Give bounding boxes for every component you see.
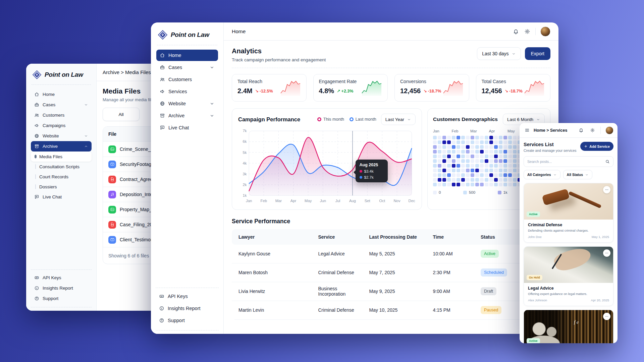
cell-service: Criminal Defense <box>312 307 363 313</box>
heatmap-cell <box>503 155 507 158</box>
sidebar-item[interactable]: API Keys <box>156 291 219 302</box>
sidebar-item[interactable]: Insights Report <box>156 303 219 314</box>
heatmap-cell <box>489 178 493 182</box>
sidebar-item[interactable]: Home <box>156 50 218 61</box>
cell-service: Business Incorporation <box>312 286 363 297</box>
file-type-icon <box>108 236 116 244</box>
cell-lawyer: Maren Botosh <box>232 270 312 275</box>
gear-icon[interactable] <box>589 127 596 134</box>
sidebar-item[interactable]: Live Chat <box>31 192 92 202</box>
sidebar-subitem[interactable]: Court Records <box>31 172 92 182</box>
date-range-dropdown[interactable]: Last 30 days <box>477 47 521 60</box>
heatmap-cell <box>499 140 502 144</box>
sidebar-item[interactable]: Archive <box>31 141 92 152</box>
chart-range-dropdown[interactable]: Last Year <box>381 114 416 125</box>
sidebar-item-icon <box>159 306 164 311</box>
heatmap-cell <box>438 140 441 144</box>
sidebar-item-label: Website <box>168 101 206 106</box>
sidebar-item-icon <box>34 123 39 128</box>
heatmap-cell <box>438 155 441 158</box>
sidebar-subitem[interactable]: Media Files <box>31 152 92 162</box>
heatmap-cell <box>503 140 507 144</box>
heatmap-cell <box>499 150 502 154</box>
sidebar-item[interactable]: Cases <box>156 62 218 73</box>
column-header: Last Processing Date <box>363 234 426 240</box>
heatmap-cell <box>457 145 460 149</box>
svg-text:Jan: Jan <box>246 199 252 203</box>
more-options-icon[interactable] <box>603 249 610 257</box>
filter-dropdown[interactable]: All Categories <box>524 170 560 179</box>
sidebar-item-icon <box>34 275 39 280</box>
archive-nav-bottom: API Keys Insights Report Support <box>31 269 92 307</box>
avatar[interactable] <box>540 26 550 37</box>
cell-time: 10:00 AM <box>426 251 474 256</box>
sidebar-item-label: Archive <box>168 113 206 118</box>
search-icon[interactable] <box>605 159 610 164</box>
stat-cards: Total Reach 2.4M ↘ -12.5% Engagement Rat… <box>232 74 550 102</box>
sidebar-item[interactable]: Support <box>31 293 92 304</box>
subitem-indicator <box>35 184 36 189</box>
filter-dropdown[interactable]: All Status <box>563 170 592 179</box>
file-tab[interactable]: All <box>103 108 140 121</box>
sidebar-item[interactable]: Customers <box>31 110 92 120</box>
chart-title: Campaign Performance <box>238 116 300 123</box>
sidebar-subitem[interactable]: Dossiers <box>31 182 92 192</box>
legend-label: This month <box>323 117 344 122</box>
subitem-indicator <box>35 154 36 159</box>
heatmap-legend-label: 500 <box>469 190 475 194</box>
heatmap-cell <box>503 159 507 163</box>
heatmap-cell <box>457 159 460 163</box>
service-card-author: Alex Johnson <box>528 298 547 302</box>
topbar-actions <box>513 26 550 37</box>
sidebar-item[interactable]: API Keys <box>31 273 92 283</box>
bell-icon[interactable] <box>578 127 584 134</box>
heatmap-cell <box>480 140 484 144</box>
menu-icon[interactable] <box>524 127 530 134</box>
svg-text:2k: 2k <box>243 183 247 187</box>
sidebar-item-label: Campaigns <box>43 123 88 128</box>
sidebar-item[interactable]: Services <box>156 86 218 97</box>
heatmap-cell <box>480 159 484 163</box>
svg-text:4k: 4k <box>243 161 247 165</box>
file-type-icon <box>108 161 116 168</box>
service-card-date: May 1, 2025 <box>592 235 609 239</box>
sidebar-item[interactable]: Archive <box>156 110 218 121</box>
sidebar-item[interactable]: Website <box>31 131 92 141</box>
heatmap-cell <box>452 178 455 182</box>
sidebar-item-label: API Keys <box>43 275 88 280</box>
file-type-icon <box>108 176 116 183</box>
sidebar-item[interactable]: Support <box>156 315 219 326</box>
heatmap-cell <box>438 169 441 172</box>
add-service-button[interactable]: Add Service <box>580 142 613 151</box>
export-button[interactable]: Export <box>525 47 550 60</box>
sidebar-item[interactable]: Campaigns <box>31 120 92 131</box>
column-header: Service <box>312 234 363 240</box>
sidebar-item[interactable]: Live Chat <box>156 122 218 133</box>
sidebar-item[interactable]: Website <box>156 98 218 109</box>
heatmap-cell <box>457 178 460 182</box>
stat-delta-value: -18.7% <box>428 89 441 94</box>
page-title: Services List <box>524 142 577 147</box>
sidebar-item[interactable]: Insights Report <box>31 283 92 293</box>
trend-arrow-icon: ↘ <box>423 88 427 94</box>
gear-icon[interactable] <box>524 28 531 35</box>
heatmap-cell <box>494 155 498 158</box>
sidebar-item[interactable]: Customers <box>156 74 218 85</box>
heatmap-cell <box>508 183 512 186</box>
file-name: Client_Testimony <box>120 237 156 242</box>
sidebar-item[interactable]: Home <box>31 89 92 100</box>
service-card[interactable]: Active <box>524 310 613 343</box>
divider <box>32 84 91 85</box>
sidebar-item[interactable]: Cases <box>31 100 92 110</box>
heatmap-cell <box>499 173 502 177</box>
bell-icon[interactable] <box>513 28 519 35</box>
avatar[interactable] <box>605 126 613 134</box>
search-input[interactable] <box>527 160 602 164</box>
heatmap-cell <box>447 155 451 158</box>
sidebar-subitem[interactable]: Consultation Scripts <box>31 162 92 172</box>
service-card[interactable]: Active Criminal Defense Defending client… <box>524 183 613 243</box>
services-list-page: Services List Create and manage your ser… <box>520 138 618 343</box>
service-card[interactable]: On Hold Legal Advice Offering expert gui… <box>524 246 613 306</box>
more-options-icon[interactable] <box>603 186 610 193</box>
more-options-icon[interactable] <box>603 313 610 320</box>
